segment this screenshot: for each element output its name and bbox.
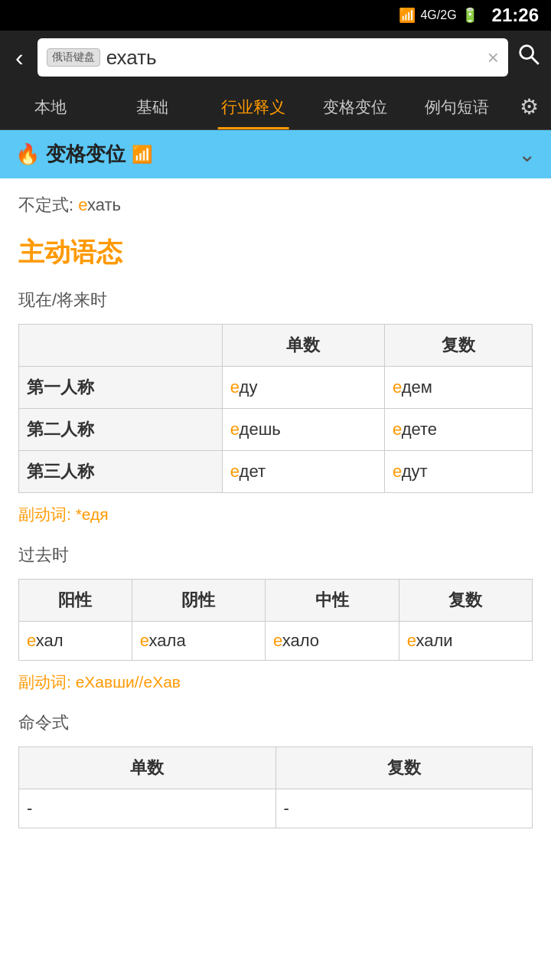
search-input-container[interactable]: 俄语键盘 ехать × [37, 38, 508, 77]
person-2: 第二人称 [19, 409, 223, 451]
form-2pl: едете [384, 409, 532, 451]
search-button[interactable] [516, 41, 542, 74]
infinitive-line: 不定式: ехать [18, 194, 533, 217]
settings-button[interactable]: ⚙ [507, 94, 551, 119]
fire-icon: 🔥 [15, 142, 40, 166]
imp-form-pl: - [276, 789, 533, 828]
adverb-prefix: е [82, 505, 90, 523]
form-3pl: едут [384, 451, 532, 493]
form-1pl: едем [384, 367, 532, 409]
section-header: 🔥 变格变位 📶 ⌄ [0, 130, 551, 178]
signal-status-icon: 4G/2G [420, 8, 456, 22]
infinitive-label: 不定式: [18, 195, 78, 214]
clear-button[interactable]: × [487, 46, 499, 70]
header-singular: 单数 [222, 325, 384, 367]
form-past-plur: ехали [399, 622, 532, 661]
form-past-masc: ехал [19, 622, 132, 661]
content-area: 🔥 变格变位 📶 ⌄ 不定式: ехать 主动语态 现在/将来时 单数 复数 [0, 130, 551, 980]
search-text: ехать [106, 46, 487, 70]
status-time: 21:26 [492, 5, 539, 26]
imp-form-sg: - [19, 789, 276, 828]
imperative-label: 命令式 [18, 711, 533, 734]
battery-icon: 🔋 [461, 7, 478, 24]
past-tense-table: 阳性 阴性 中性 复数 ехал ехала ехало ехали [18, 579, 533, 661]
chevron-down-icon[interactable]: ⌄ [518, 142, 536, 167]
present-future-label: 现在/将来时 [18, 289, 533, 312]
tab-industry[interactable]: 行业释义 [203, 84, 305, 129]
header-neut: 中性 [265, 580, 399, 622]
tab-conjugation[interactable]: 变格变位 [305, 84, 406, 129]
active-voice-title: 主动语态 [18, 235, 533, 270]
tab-examples[interactable]: 例句短语 [406, 84, 507, 129]
svg-line-1 [532, 57, 539, 64]
keyboard-badge: 俄语键盘 [47, 48, 100, 67]
table-row: 第一人称 еду едем [19, 367, 533, 409]
navigation-tabs: 本地 基础 行业释义 变格变位 例句短语 ⚙ [0, 84, 551, 130]
header-plur: 复数 [399, 580, 532, 622]
back-button[interactable]: ‹ [9, 41, 30, 75]
header-empty [19, 325, 223, 367]
svg-point-0 [520, 46, 533, 59]
adverb-line-present: 副动词: *едя [18, 504, 533, 525]
table-row: ехал ехала ехало ехали [19, 622, 533, 661]
table-row: 第二人称 едешь едете [19, 409, 533, 451]
table-row: - - [19, 789, 533, 828]
infinitive-suffix: хать [87, 195, 121, 214]
status-icons: 📶 4G/2G 🔋 [399, 7, 478, 24]
adverb-line-past: 副动词: еХавши//еХав [18, 671, 533, 693]
infinitive-prefix: е [78, 195, 87, 214]
section-header-title: 🔥 变格变位 📶 [15, 141, 152, 168]
person-1: 第一人称 [19, 367, 223, 409]
present-future-table: 单数 复数 第一人称 еду едем 第二人称 едешь едете 第三人… [18, 324, 533, 493]
form-2sg: едешь [222, 409, 384, 451]
form-past-neut: ехало [265, 622, 399, 661]
tab-local[interactable]: 本地 [0, 84, 102, 129]
imp-header-singular: 单数 [19, 747, 276, 789]
imp-header-plural: 复数 [276, 747, 533, 789]
tab-basic[interactable]: 基础 [102, 84, 204, 129]
form-past-fem: ехала [132, 622, 265, 661]
form-1sg: еду [222, 367, 384, 409]
header-masc: 阳性 [19, 580, 132, 622]
past-tense-label: 过去时 [18, 544, 533, 567]
search-bar: ‹ 俄语键盘 ехать × [0, 31, 551, 84]
header-plural: 复数 [384, 325, 532, 367]
content-body: 不定式: ехать 主动语态 现在/将来时 单数 复数 第一人称 еду ед… [0, 178, 551, 844]
wifi-status-icon: 📶 [399, 7, 416, 24]
status-bar: 📶 4G/2G 🔋 21:26 [0, 0, 551, 31]
table-row: 第三人称 едет едут [19, 451, 533, 493]
person-3: 第三人称 [19, 451, 223, 493]
header-fem: 阴性 [132, 580, 265, 622]
imperative-table: 单数 复数 - - [18, 746, 533, 828]
form-3sg: едет [222, 451, 384, 493]
wifi-icon: 📶 [132, 145, 152, 165]
